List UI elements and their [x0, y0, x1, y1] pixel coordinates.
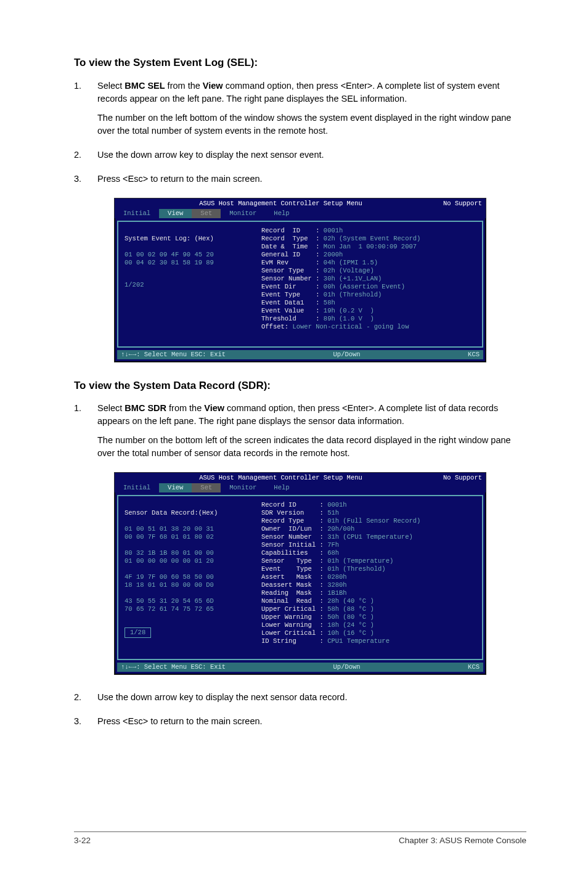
step-number: 3. [74, 173, 97, 192]
term-nosupport: No Support [443, 200, 482, 208]
sdr-step1-p1: Select BMC SDR from the View command opt… [97, 402, 526, 428]
chapter-title: Chapter 3: ASUS Remote Console [399, 835, 526, 847]
sel-hex: 01 00 02 09 4F 90 45 20 00 04 02 30 81 5… [125, 251, 214, 266]
term-nosupport: No Support [443, 474, 482, 482]
menu-monitor[interactable]: Monitor [221, 483, 265, 492]
status-left: ↑↓←→: Select Menu ESC: Exit [121, 663, 226, 671]
menu-set[interactable]: Set [192, 483, 221, 492]
menu-view[interactable]: View [159, 483, 192, 492]
sdr-left-header: Sensor Data Record:(Hex) [125, 509, 218, 517]
status-right: KCS [468, 351, 480, 359]
sel-steps: 1. Select BMC SEL from the View command … [74, 80, 526, 192]
sdr-steps: 1. Select BMC SDR from the View command … [74, 402, 526, 466]
status-right: KCS [468, 663, 480, 671]
sdr-steps-2: 2. Use the down arrow key to display the… [74, 691, 526, 734]
term-menubar: Initial View Set Monitor Help [115, 209, 486, 218]
menu-set[interactable]: Set [192, 209, 221, 218]
sel-step2: Use the down arrow key to display the ne… [97, 149, 526, 161]
sdr-right-pane: Record ID : 0001h SDR Version : 51h Reco… [258, 500, 480, 655]
status-left: ↑↓←→: Select Menu ESC: Exit [121, 351, 226, 359]
sdr-heading: To view the System Data Record (SDR): [74, 378, 526, 394]
page: To view the System Event Log (SEL): 1. S… [0, 0, 588, 874]
page-footer: 3-22 Chapter 3: ASUS Remote Console [74, 831, 526, 847]
page-number: 3-22 [74, 835, 91, 847]
term-title: ASUS Host Management Controller Setup Me… [118, 474, 443, 482]
step-number: 2. [74, 691, 97, 710]
sel-right-pane: Record ID : 0001h Record Type : 02h (Sys… [258, 226, 480, 343]
sel-step1-p1: Select BMC SEL from the View command opt… [97, 80, 526, 105]
menu-help[interactable]: Help [265, 209, 298, 218]
menu-view[interactable]: View [159, 209, 192, 218]
term-menubar: Initial View Set Monitor Help [115, 483, 486, 492]
status-mid: Up/Down [333, 351, 361, 359]
sel-left-header: System Event Log: (Hex) [125, 235, 214, 242]
menu-initial[interactable]: Initial [115, 483, 159, 492]
sel-step3: Press <Esc> to return to the main screen… [97, 173, 526, 186]
sdr-step3: Press <Esc> to return to the main screen… [97, 715, 526, 728]
sdr-step2: Use the down arrow key to display the ne… [97, 691, 526, 704]
step-number: 1. [74, 402, 97, 466]
sel-heading: To view the System Event Log (SEL): [74, 55, 526, 71]
terminal-sdr: ASUS Host Management Controller Setup Me… [114, 472, 486, 675]
step-number: 3. [74, 715, 97, 734]
sdr-pager: 1/28 [125, 627, 151, 638]
menu-initial[interactable]: Initial [115, 209, 159, 218]
sdr-step1-p2: The number on the bottom left of the scr… [97, 434, 526, 460]
step-number: 1. [74, 80, 97, 144]
menu-help[interactable]: Help [265, 483, 298, 492]
sel-step1-p2: The number on the left bottom of the win… [97, 112, 526, 137]
term-title: ASUS Host Management Controller Setup Me… [118, 200, 443, 208]
sel-pager: 1/202 [125, 281, 254, 289]
status-mid: Up/Down [333, 663, 361, 671]
terminal-sel: ASUS Host Management Controller Setup Me… [114, 198, 486, 362]
step-number: 2. [74, 149, 97, 168]
sdr-hex: 01 00 51 01 38 20 00 31 00 00 7F 68 01 0… [125, 525, 214, 613]
menu-monitor[interactable]: Monitor [221, 209, 265, 218]
